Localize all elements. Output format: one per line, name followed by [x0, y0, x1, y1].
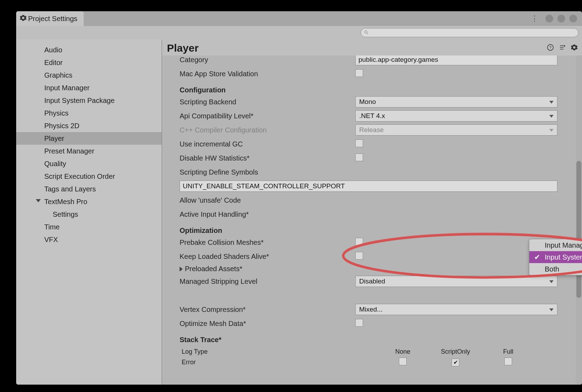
- popup-item-input-manager-old[interactable]: Input Manager (Old): [529, 239, 582, 251]
- row-active-input: Active Input Handling*: [180, 207, 557, 221]
- popup-item-input-system-package-new[interactable]: Input System Package (New): [529, 251, 582, 263]
- optimize-mesh-checkbox[interactable]: [355, 319, 363, 327]
- vertical-scrollbar[interactable]: [576, 55, 582, 385]
- stack-trace-row-error: Error: [180, 355, 557, 369]
- row-api-compat: Api Compatibility Level* .NET 4.x: [180, 109, 557, 123]
- section-optimization: Optimization: [180, 221, 557, 235]
- main-split: Audio Editor Graphics Input Manager Inpu…: [16, 39, 582, 385]
- sidebar-item-textmesh-pro[interactable]: TextMesh Pro: [16, 195, 162, 208]
- content-pane: Player ? Category: [162, 39, 582, 385]
- sidebar-item-tags-and-layers[interactable]: Tags and Layers: [16, 183, 162, 195]
- define-symbols-input[interactable]: [180, 181, 557, 192]
- tab-project-settings[interactable]: Project Settings: [16, 11, 84, 26]
- row-allow-unsafe: Allow 'unsafe' Code: [180, 193, 557, 207]
- cpp-compiler-dropdown: Release: [355, 124, 557, 136]
- section-stack-trace: Stack Trace*: [180, 331, 557, 345]
- row-define-symbols-input: [180, 179, 557, 193]
- sidebar-item-time[interactable]: Time: [16, 221, 162, 233]
- scripting-backend-dropdown[interactable]: Mono: [355, 96, 557, 107]
- sidebar-item-textmesh-pro-settings[interactable]: Settings: [16, 208, 162, 221]
- svg-line-1: [367, 33, 368, 34]
- row-mac-app-store: Mac App Store Validation: [180, 67, 557, 81]
- trace-error-full-checkbox[interactable]: [504, 358, 512, 365]
- sidebar: Audio Editor Graphics Input Manager Inpu…: [16, 39, 162, 385]
- sidebar-item-physics[interactable]: Physics: [16, 107, 162, 119]
- titlebar: Project Settings ⋮: [16, 11, 582, 26]
- window-button-1[interactable]: [545, 15, 553, 22]
- window-controls: ⋮: [523, 11, 582, 26]
- tab-label: Project Settings: [28, 15, 77, 23]
- sidebar-item-audio[interactable]: Audio: [16, 44, 162, 56]
- incremental-gc-checkbox[interactable]: [355, 139, 363, 147]
- disable-hw-checkbox[interactable]: [355, 153, 363, 161]
- managed-stripping-dropdown[interactable]: Disabled: [355, 276, 557, 287]
- sidebar-item-input-manager[interactable]: Input Manager: [16, 81, 162, 94]
- help-icon[interactable]: ?: [547, 44, 554, 53]
- page-title: Player: [167, 42, 547, 54]
- row-define-symbols-label: Scripting Define Symbols: [180, 165, 557, 179]
- popup-item-both[interactable]: Both: [529, 263, 582, 275]
- project-settings-window: Project Settings ⋮ Audio Editor Graphics…: [16, 11, 582, 385]
- active-input-handling-popup: Input Manager (Old) Input System Package…: [529, 239, 582, 275]
- row-managed-stripping: Managed Stripping Level Disabled: [180, 274, 557, 288]
- kebab-menu-icon[interactable]: ⋮: [528, 14, 541, 23]
- scrollbar-thumb[interactable]: [576, 161, 581, 298]
- category-input[interactable]: [355, 55, 557, 65]
- row-incremental-gc: Use incremental GC: [180, 137, 557, 151]
- row-cpp-compiler: C++ Compiler Configuration Release: [180, 123, 557, 137]
- svg-point-0: [364, 31, 367, 33]
- prebake-checkbox[interactable]: [355, 238, 363, 246]
- row-optimize-mesh: Optimize Mesh Data*: [180, 316, 557, 331]
- sidebar-item-player[interactable]: Player: [16, 132, 162, 145]
- gear-icon: [20, 14, 27, 23]
- player-form-scroll[interactable]: Category Mac App Store Validation Config…: [162, 55, 582, 385]
- api-compat-dropdown[interactable]: .NET 4.x: [355, 110, 557, 122]
- search-icon: [364, 29, 369, 37]
- row-scripting-backend: Scripting Backend Mono: [180, 95, 557, 109]
- sidebar-item-preset-manager[interactable]: Preset Manager: [16, 145, 162, 157]
- content-header: Player ?: [162, 39, 582, 54]
- sidebar-item-input-system-package[interactable]: Input System Package: [16, 94, 162, 107]
- preloaded-assets-foldout[interactable]: Preloaded Assets*: [180, 263, 557, 274]
- sidebar-item-physics-2d[interactable]: Physics 2D: [16, 119, 162, 132]
- preset-icon[interactable]: [559, 44, 566, 53]
- search-input[interactable]: [361, 28, 578, 37]
- settings-gear-icon[interactable]: [571, 44, 578, 53]
- keep-loaded-checkbox[interactable]: [355, 252, 363, 260]
- sidebar-item-vfx[interactable]: VFX: [16, 233, 162, 246]
- svg-text:?: ?: [549, 45, 552, 50]
- row-keep-loaded: Keep Loaded Shaders Alive*: [180, 249, 557, 263]
- window-button-2[interactable]: [557, 15, 565, 22]
- sidebar-item-quality[interactable]: Quality: [16, 157, 162, 170]
- trace-error-scriptonly-checkbox[interactable]: [452, 359, 459, 366]
- sidebar-item-editor[interactable]: Editor: [16, 56, 162, 69]
- trace-error-none-checkbox[interactable]: [399, 358, 407, 365]
- sidebar-item-script-execution-order[interactable]: Script Execution Order: [16, 170, 162, 183]
- row-disable-hw: Disable HW Statistics*: [180, 151, 557, 165]
- row-prebake: Prebake Collision Meshes*: [180, 235, 557, 249]
- search-row: [16, 26, 582, 39]
- window-button-3[interactable]: [569, 15, 577, 22]
- mac-app-store-checkbox[interactable]: [355, 69, 363, 77]
- vertex-compression-dropdown[interactable]: Mixed...: [355, 304, 557, 315]
- section-configuration: Configuration: [180, 81, 557, 95]
- sidebar-item-graphics[interactable]: Graphics: [16, 69, 162, 81]
- stack-trace-header: Log Type None ScriptOnly Full: [180, 345, 557, 355]
- row-vertex-compression: Vertex Compression* Mixed...: [180, 302, 557, 316]
- row-category: Category: [180, 55, 557, 67]
